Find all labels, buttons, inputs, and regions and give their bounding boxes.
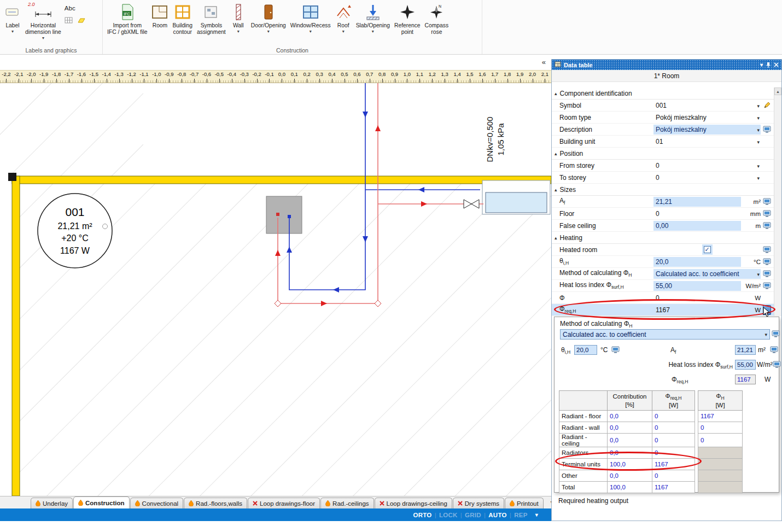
method-of-calculating-label: Method of calculating ΦH xyxy=(560,320,632,329)
tab-printout[interactable]: Printout xyxy=(505,498,544,508)
contribution-cell[interactable]: 100,0 xyxy=(608,459,652,470)
tab-rad-ceilings[interactable]: Rad.-ceilings xyxy=(320,498,374,508)
collapse-triangle-icon: ▴ xyxy=(555,235,557,241)
drawing-area[interactable]: « -2,2-2,1-2,0-1,9-1,8-1,7-1,6-1,5-1,4-1… xyxy=(0,55,551,496)
button-grid[interactable] xyxy=(65,16,73,25)
button-import-from-ifc-gbxml-file[interactable]: IFCImport fromIFC / gbXML file xyxy=(105,1,149,45)
pencil-icon[interactable] xyxy=(762,102,772,109)
tab-construction[interactable]: Construction xyxy=(73,496,130,508)
floor-area-value[interactable]: 21,21 xyxy=(653,197,741,207)
button-room[interactable]: Room xyxy=(149,1,170,45)
button-window-recess[interactable]: Window/Recess▾ xyxy=(288,1,333,45)
section-header-sizes[interactable]: ▴Sizes xyxy=(552,184,774,196)
button-horizontal-dimension-line[interactable]: 2.0Horizontaldimension line▾ xyxy=(23,1,63,45)
contribution-cell[interactable]: 0,0 xyxy=(608,434,652,447)
method-dropdown[interactable]: Calculated acc. to coefficient ▾ xyxy=(560,329,770,340)
disabled-x-icon xyxy=(380,501,384,506)
source-icon[interactable] xyxy=(762,246,772,253)
description-value[interactable]: Pokój mieszkalny▾ xyxy=(653,125,761,135)
false-ceiling-value[interactable]: 0,00 xyxy=(653,221,741,231)
source-icon[interactable] xyxy=(772,330,780,339)
scroll-up-icon[interactable]: ▲ xyxy=(774,87,781,95)
status-toggle-lock[interactable]: LOCK xyxy=(439,512,458,518)
contribution-cell[interactable]: 0,0 xyxy=(608,422,652,434)
button-reference-point[interactable]: Referencepoint xyxy=(392,1,423,45)
section-header-heating[interactable]: ▴Heating xyxy=(552,232,774,244)
to-storey-value[interactable]: 0▾ xyxy=(653,173,761,183)
source-icon[interactable] xyxy=(762,210,772,217)
button-compass-rose[interactable]: NCompassrose xyxy=(423,1,451,45)
property-label: Heat loss index Φsurf,H xyxy=(559,281,653,290)
source-icon[interactable] xyxy=(611,346,620,355)
panel-titlebar[interactable]: Data table ▾ xyxy=(552,60,781,70)
design-temperature-value[interactable]: 20,0 xyxy=(653,257,741,267)
distributor-box[interactable] xyxy=(266,196,302,233)
status-toggle-grid[interactable]: GRID xyxy=(465,512,481,518)
pipe-annotation[interactable]: DNkv=0,500 1,05 kPa xyxy=(485,117,505,162)
status-toggle-rep[interactable]: REP xyxy=(514,512,528,518)
phi-req-cell: 0 xyxy=(652,470,695,482)
contribution-cell[interactable]: 100,0 xyxy=(608,482,652,493)
tab-loop-drawings-floor[interactable]: Loop drawings-floor xyxy=(248,498,320,508)
phi-req-expander-button[interactable] xyxy=(763,305,771,315)
tab-rad-floors-walls[interactable]: Rad.-floors,walls xyxy=(184,498,247,508)
window-menu-icon[interactable]: ▾ xyxy=(760,62,763,68)
room-badge[interactable]: 001 21,21 m² +20 °C 1167 W xyxy=(38,194,112,268)
phi-value[interactable]: 0 xyxy=(653,293,741,303)
heated-room-checkbox[interactable]: ✓ xyxy=(704,246,711,253)
source-icon[interactable] xyxy=(762,270,772,277)
property-label: Method of calculating ΦH xyxy=(559,269,653,278)
wall-corner-node[interactable] xyxy=(8,173,16,181)
floor-plan-canvas[interactable]: 001 21,21 m² +20 °C 1167 W DNkv=0,500 1,… xyxy=(0,83,551,496)
af-field[interactable]: 21,21 xyxy=(735,345,756,355)
button-symbols-assignment[interactable]: Symbolsassignment xyxy=(195,1,228,45)
button-wall[interactable]: Wall▾ xyxy=(228,1,249,45)
heat-loss-index-field[interactable]: 55,00 xyxy=(735,360,756,370)
button-door-opening[interactable]: Door/Opening▾ xyxy=(249,1,288,45)
contribution-cell[interactable]: 0,0 xyxy=(608,470,652,482)
floor-value[interactable]: 0 xyxy=(653,209,741,219)
theta-field[interactable]: 20,0 xyxy=(574,345,597,355)
section-header-component-identification[interactable]: ▴Component identification xyxy=(552,87,774,100)
ruler-mark: -1,0 xyxy=(150,71,163,83)
chevron-down-icon[interactable]: ▾ xyxy=(535,512,538,518)
panel-scrollbar[interactable]: ▲ xyxy=(774,87,781,316)
pin-icon[interactable] xyxy=(766,62,771,68)
source-icon[interactable] xyxy=(773,361,781,370)
status-bar: ORTO|LOCK|GRID|AUTO|REP ▾ xyxy=(0,508,551,521)
status-toggle-auto[interactable]: AUTO xyxy=(488,512,507,518)
button-label[interactable]: Label▾ xyxy=(2,1,23,45)
status-toggle-orto[interactable]: ORTO xyxy=(413,512,431,518)
expand-button[interactable] xyxy=(762,305,772,315)
source-icon[interactable] xyxy=(762,198,772,205)
button-building-contour[interactable]: Buildingcontour xyxy=(170,1,195,45)
tab-convectional[interactable]: Convectional xyxy=(130,498,183,508)
close-icon[interactable] xyxy=(774,62,779,67)
heat-loss-index-value[interactable]: 55,00 xyxy=(653,281,741,291)
source-icon[interactable] xyxy=(762,222,772,229)
tab-loop-drawings-ceiling[interactable]: Loop drawings-ceiling xyxy=(375,498,452,508)
contribution-cell[interactable]: 0,0 xyxy=(608,411,652,422)
source-icon[interactable] xyxy=(762,258,772,265)
tab-underlay[interactable]: Underlay xyxy=(31,498,73,508)
source-icon[interactable] xyxy=(762,282,772,289)
section-header-position[interactable]: ▴Position xyxy=(552,148,774,160)
phi-req-h-value[interactable]: 1167 xyxy=(653,305,741,315)
window-element[interactable] xyxy=(482,180,550,214)
symbol-value[interactable]: 001▾ xyxy=(653,101,761,110)
button-slab-opening[interactable]: Slab/Opening▾ xyxy=(354,1,392,45)
tab-dry-systems[interactable]: Dry systems xyxy=(453,498,504,508)
method-of-calculating-phi-h-value[interactable]: Calculated acc. to coefficient▾ xyxy=(653,269,761,279)
source-icon[interactable] xyxy=(770,346,778,355)
from-storey-value[interactable]: 0▾ xyxy=(653,161,761,171)
button-roof[interactable]: Roof▾ xyxy=(333,1,354,45)
row-label: Radiators xyxy=(559,447,608,459)
contribution-cell[interactable]: 0,0 xyxy=(608,447,652,459)
ruler-mark: 1,7 xyxy=(488,71,501,83)
button-abc[interactable]: Abc xyxy=(65,5,86,11)
button-marker[interactable] xyxy=(77,16,86,25)
building-unit-value[interactable]: 01▾ xyxy=(653,137,761,147)
room-type-value[interactable]: Pokój mieszkalny▾ xyxy=(653,113,761,122)
source-icon[interactable] xyxy=(762,126,772,133)
collapse-panel-icon[interactable]: « xyxy=(542,58,546,66)
